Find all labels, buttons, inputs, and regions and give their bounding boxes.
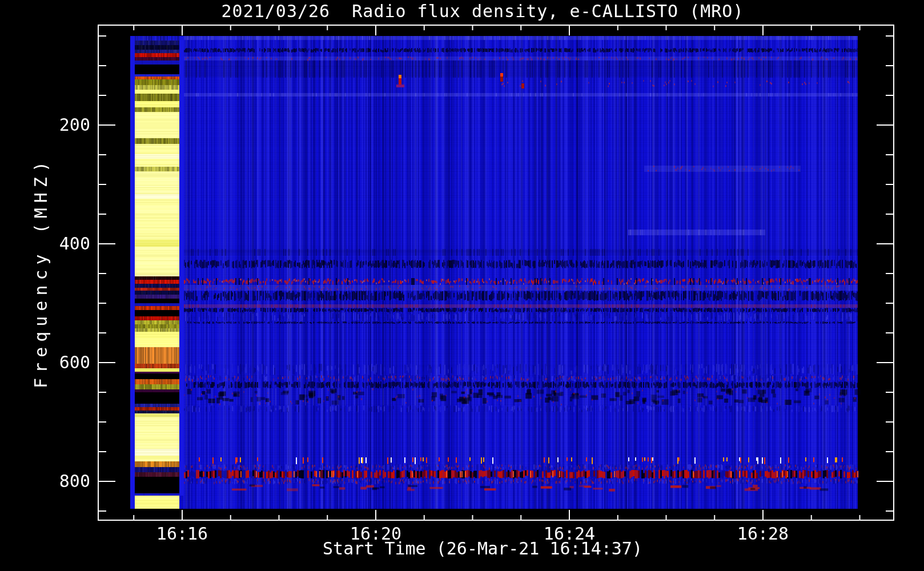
x-tick-label-1624: 16:24 bbox=[524, 524, 615, 544]
spectrogram-canvas bbox=[0, 0, 924, 571]
y-tick-label-400: 400 bbox=[22, 234, 90, 254]
x-axis-label: Start Time (26-Mar-21 16:14:37) bbox=[197, 538, 768, 559]
y-tick-label-600: 600 bbox=[22, 352, 90, 373]
x-tick-label-1620: 16:20 bbox=[330, 524, 421, 544]
y-tick-label-200: 200 bbox=[22, 115, 90, 135]
x-tick-label-1616: 16:16 bbox=[136, 524, 228, 544]
spectrogram-figure: 2021/03/26 Radio flux density, e-CALLIST… bbox=[0, 0, 924, 571]
chart-title: 2021/03/26 Radio flux density, e-CALLIST… bbox=[41, 1, 924, 22]
y-tick-label-800: 800 bbox=[22, 471, 90, 492]
x-tick-label-1628: 16:28 bbox=[717, 524, 809, 544]
